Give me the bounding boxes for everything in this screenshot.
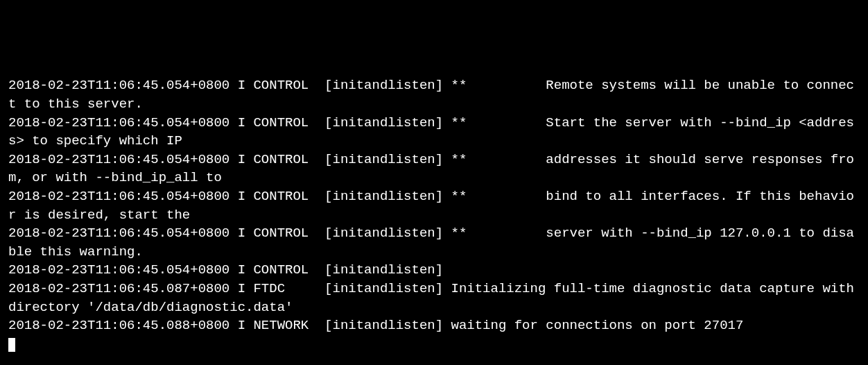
log-line: 2018-02-23T11:06:45.054+0800 I CONTROL [… xyxy=(8,78,854,112)
terminal-log-output: 2018-02-23T11:06:45.054+0800 I CONTROL [… xyxy=(8,76,860,353)
log-line: 2018-02-23T11:06:45.088+0800 I NETWORK [… xyxy=(8,318,743,333)
log-line: 2018-02-23T11:06:45.054+0800 I CONTROL [… xyxy=(8,226,854,260)
log-line: 2018-02-23T11:06:45.054+0800 I CONTROL [… xyxy=(8,115,854,149)
log-line: 2018-02-23T11:06:45.087+0800 I FTDC [ini… xyxy=(8,281,862,315)
log-line: 2018-02-23T11:06:45.054+0800 I CONTROL [… xyxy=(8,152,854,186)
log-line: 2018-02-23T11:06:45.054+0800 I CONTROL [… xyxy=(8,189,854,223)
log-line: 2018-02-23T11:06:45.054+0800 I CONTROL [… xyxy=(8,262,443,278)
terminal-cursor xyxy=(8,338,15,352)
